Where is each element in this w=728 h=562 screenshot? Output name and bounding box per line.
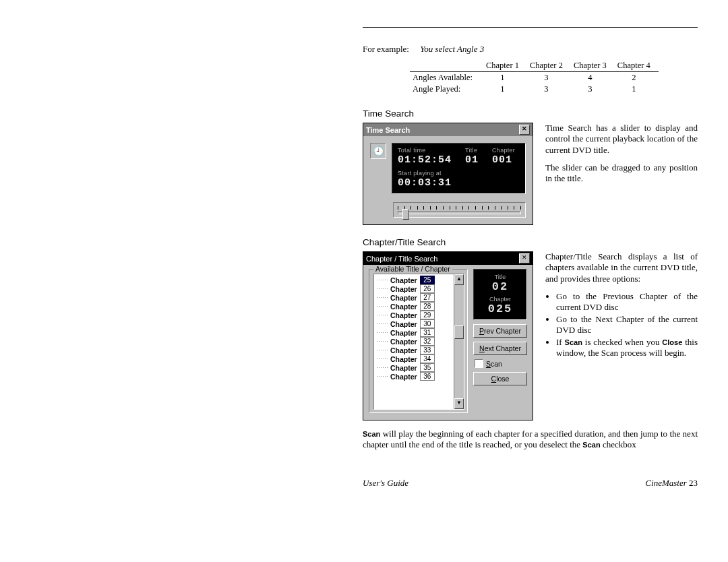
ct-lcd-chapter-label: Chapter [478,296,522,303]
list-item[interactable]: ⋯⋯Chapter31 [374,328,454,337]
list-item[interactable]: ⋯⋯Chapter35 [374,363,454,372]
cell: 2 [615,72,659,84]
slider-thumb[interactable] [402,209,409,220]
footer: User's Guide CineMaster 23 [363,478,698,489]
list-item[interactable]: ⋯⋯Chapter30 [374,319,454,328]
cell: 4 [571,72,615,84]
scan-paragraph: Scan will play the beginning of each cha… [363,429,698,451]
list-item[interactable]: ⋯⋯Chapter25 [374,276,454,284]
row-played-label: Angle Played: [410,84,483,95]
scroll-thumb[interactable] [454,325,464,339]
time-search-title: Time Search [366,126,410,134]
footer-right: CineMaster 23 [645,478,698,489]
list-item[interactable]: ⋯⋯Chapter36 [374,372,454,381]
scrollbar[interactable]: ▲ ▼ [454,274,464,409]
time-search-titlebar[interactable]: Time Search ✕ [363,123,533,136]
ct-intro: Chapter/Title Search displays a list of … [545,251,698,284]
available-group: Available Title / Chapter ⋯⋯Chapter25⋯⋯C… [369,269,468,413]
close-button[interactable]: Close [473,372,527,385]
list-item[interactable]: ⋯⋯Chapter27 [374,293,454,302]
lcd-title-label: Title [465,147,479,154]
list-item[interactable]: ⋯⋯Chapter29 [374,311,454,319]
heading-time-search: Time Search [363,108,698,119]
ct-lcd: Title 02 Chapter 025 [473,269,527,320]
lcd-total-label: Total time [398,147,452,154]
lcd-total-value: 01:52:54 [398,154,452,166]
ct-lcd-title-value: 02 [478,280,522,293]
ts-p1: Time Search has a slider to display and … [545,123,698,156]
lcd-chapter-value: 001 [492,154,515,166]
example-prefix: For example: [363,44,409,54]
list-item[interactable]: ⋯⋯Chapter26 [374,284,454,293]
ct-lcd-chapter-value: 025 [478,303,522,315]
angles-table: Chapter 1 Chapter 2 Chapter 3 Chapter 4 … [410,60,659,95]
time-search-dialog: Time Search ✕ 🕘 Total time 01:52:54 Titl… [363,123,533,225]
list-item[interactable]: ⋯⋯Chapter33 [374,346,454,354]
cell: 1 [615,84,659,95]
lcd-start-value: 00:03:31 [398,177,520,189]
cell: 3 [571,84,615,95]
heading-chapter-search: Chapter/Title Search [363,237,698,247]
example-action: You select Angle 3 [420,44,484,54]
next-chapter-button[interactable]: Next Chapter [473,342,527,355]
list-item[interactable]: ⋯⋯Chapter34 [374,354,454,363]
ct-bullets: Go to the Previous Chapter of the curren… [545,291,698,358]
bullet-1: Go to the Previous Chapter of the curren… [556,291,698,313]
th-ch4: Chapter 4 [615,60,659,72]
list-item[interactable]: ⋯⋯Chapter32 [374,337,454,346]
chapter-search-dialog: Chapter / Title Search ✕ Available Title… [363,251,533,420]
clock-icon: 🕘 [370,143,386,159]
scroll-down-icon[interactable]: ▼ [454,398,464,409]
cell: 1 [483,84,527,95]
th-ch3: Chapter 3 [571,60,615,72]
th-ch2: Chapter 2 [527,60,571,72]
time-slider[interactable] [393,202,526,218]
ct-lcd-title-label: Title [478,274,522,280]
th-ch1: Chapter 1 [483,60,527,72]
lcd-area: Total time 01:52:54 Title 01 Chapter 001 [392,143,526,194]
scan-checkbox-row[interactable]: Scan [473,359,527,368]
lcd-start-label: Start playing at [398,170,520,177]
list-item[interactable]: ⋯⋯Chapter28 [374,302,454,311]
example-line: For example: You select Angle 3 [363,44,698,55]
bullet-3: If Scan is checked when you Close this w… [556,337,698,358]
chapter-search-title: Chapter / Title Search [366,255,437,263]
prev-chapter-button[interactable]: Prev Chapter [473,324,527,338]
top-rule [363,27,698,28]
chapter-listbox[interactable]: ⋯⋯Chapter25⋯⋯Chapter26⋯⋯Chapter27⋯⋯Chapt… [373,274,464,410]
lcd-chapter-label: Chapter [492,147,515,154]
ts-p2: The slider can be dragged to any positio… [545,162,698,185]
row-avail-label: Angles Available: [410,72,483,84]
scroll-up-icon[interactable]: ▲ [454,274,464,285]
footer-left: User's Guide [363,478,408,489]
cell: 3 [527,84,571,95]
chapter-search-titlebar[interactable]: Chapter / Title Search ✕ [363,252,533,265]
scan-checkbox[interactable] [475,359,483,368]
close-icon[interactable]: ✕ [519,253,530,263]
cell: 3 [527,72,571,84]
close-icon[interactable]: ✕ [519,125,530,135]
group-label: Available Title / Chapter [373,265,452,273]
lcd-title-value: 01 [465,154,479,166]
bullet-2: Go to the Next Chapter of the current DV… [556,314,698,336]
cell: 1 [483,72,527,84]
